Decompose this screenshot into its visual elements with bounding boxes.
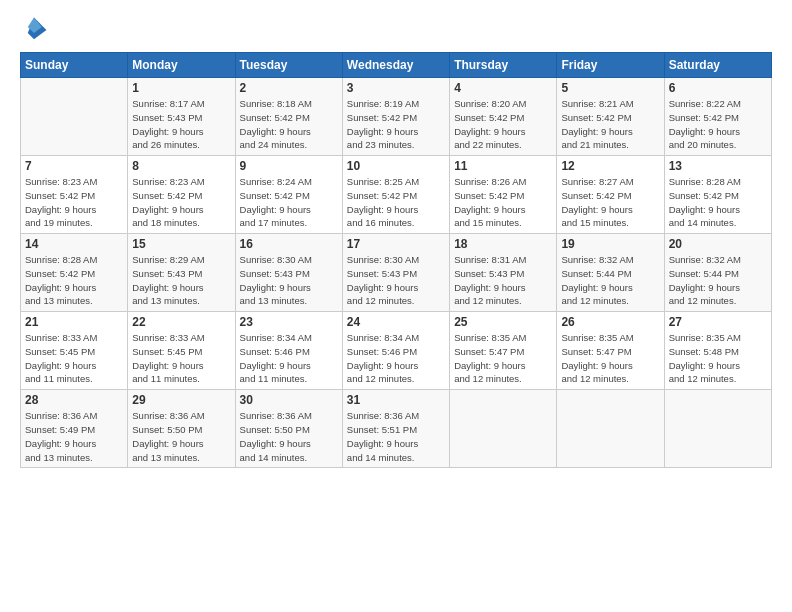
day-info: Sunrise: 8:35 AM Sunset: 5:48 PM Dayligh… [669,331,767,386]
day-info: Sunrise: 8:36 AM Sunset: 5:49 PM Dayligh… [25,409,123,464]
day-number: 10 [347,159,445,173]
calendar-cell [664,390,771,468]
day-number: 28 [25,393,123,407]
calendar-cell: 26Sunrise: 8:35 AM Sunset: 5:47 PM Dayli… [557,312,664,390]
calendar-week-row: 21Sunrise: 8:33 AM Sunset: 5:45 PM Dayli… [21,312,772,390]
weekday-header-wednesday: Wednesday [342,53,449,78]
day-info: Sunrise: 8:24 AM Sunset: 5:42 PM Dayligh… [240,175,338,230]
calendar-cell: 1Sunrise: 8:17 AM Sunset: 5:43 PM Daylig… [128,78,235,156]
day-info: Sunrise: 8:28 AM Sunset: 5:42 PM Dayligh… [25,253,123,308]
day-info: Sunrise: 8:34 AM Sunset: 5:46 PM Dayligh… [347,331,445,386]
calendar-table: SundayMondayTuesdayWednesdayThursdayFrid… [20,52,772,468]
calendar-cell: 11Sunrise: 8:26 AM Sunset: 5:42 PM Dayli… [450,156,557,234]
weekday-header-saturday: Saturday [664,53,771,78]
weekday-header-sunday: Sunday [21,53,128,78]
logo [20,16,52,44]
day-number: 1 [132,81,230,95]
day-info: Sunrise: 8:23 AM Sunset: 5:42 PM Dayligh… [132,175,230,230]
day-info: Sunrise: 8:30 AM Sunset: 5:43 PM Dayligh… [240,253,338,308]
calendar-cell: 28Sunrise: 8:36 AM Sunset: 5:49 PM Dayli… [21,390,128,468]
calendar-week-row: 7Sunrise: 8:23 AM Sunset: 5:42 PM Daylig… [21,156,772,234]
page: SundayMondayTuesdayWednesdayThursdayFrid… [0,0,792,612]
day-number: 12 [561,159,659,173]
day-number: 18 [454,237,552,251]
day-info: Sunrise: 8:36 AM Sunset: 5:50 PM Dayligh… [132,409,230,464]
day-info: Sunrise: 8:20 AM Sunset: 5:42 PM Dayligh… [454,97,552,152]
day-number: 17 [347,237,445,251]
calendar-cell: 9Sunrise: 8:24 AM Sunset: 5:42 PM Daylig… [235,156,342,234]
day-info: Sunrise: 8:18 AM Sunset: 5:42 PM Dayligh… [240,97,338,152]
calendar-week-row: 1Sunrise: 8:17 AM Sunset: 5:43 PM Daylig… [21,78,772,156]
calendar-week-row: 28Sunrise: 8:36 AM Sunset: 5:49 PM Dayli… [21,390,772,468]
calendar-cell: 23Sunrise: 8:34 AM Sunset: 5:46 PM Dayli… [235,312,342,390]
day-info: Sunrise: 8:33 AM Sunset: 5:45 PM Dayligh… [25,331,123,386]
day-number: 5 [561,81,659,95]
day-info: Sunrise: 8:17 AM Sunset: 5:43 PM Dayligh… [132,97,230,152]
day-number: 16 [240,237,338,251]
day-number: 4 [454,81,552,95]
day-info: Sunrise: 8:31 AM Sunset: 5:43 PM Dayligh… [454,253,552,308]
calendar-cell: 31Sunrise: 8:36 AM Sunset: 5:51 PM Dayli… [342,390,449,468]
calendar-cell [450,390,557,468]
day-number: 25 [454,315,552,329]
calendar-header: SundayMondayTuesdayWednesdayThursdayFrid… [21,53,772,78]
day-info: Sunrise: 8:25 AM Sunset: 5:42 PM Dayligh… [347,175,445,230]
calendar-cell: 20Sunrise: 8:32 AM Sunset: 5:44 PM Dayli… [664,234,771,312]
day-number: 2 [240,81,338,95]
day-info: Sunrise: 8:36 AM Sunset: 5:50 PM Dayligh… [240,409,338,464]
logo-icon [20,16,48,44]
day-number: 29 [132,393,230,407]
day-info: Sunrise: 8:33 AM Sunset: 5:45 PM Dayligh… [132,331,230,386]
calendar-cell: 12Sunrise: 8:27 AM Sunset: 5:42 PM Dayli… [557,156,664,234]
day-info: Sunrise: 8:26 AM Sunset: 5:42 PM Dayligh… [454,175,552,230]
day-info: Sunrise: 8:30 AM Sunset: 5:43 PM Dayligh… [347,253,445,308]
day-info: Sunrise: 8:28 AM Sunset: 5:42 PM Dayligh… [669,175,767,230]
day-info: Sunrise: 8:32 AM Sunset: 5:44 PM Dayligh… [561,253,659,308]
day-number: 24 [347,315,445,329]
calendar-body: 1Sunrise: 8:17 AM Sunset: 5:43 PM Daylig… [21,78,772,468]
calendar-cell: 18Sunrise: 8:31 AM Sunset: 5:43 PM Dayli… [450,234,557,312]
calendar-cell: 2Sunrise: 8:18 AM Sunset: 5:42 PM Daylig… [235,78,342,156]
day-number: 9 [240,159,338,173]
day-info: Sunrise: 8:23 AM Sunset: 5:42 PM Dayligh… [25,175,123,230]
day-number: 7 [25,159,123,173]
calendar-cell: 24Sunrise: 8:34 AM Sunset: 5:46 PM Dayli… [342,312,449,390]
weekday-header-friday: Friday [557,53,664,78]
day-info: Sunrise: 8:32 AM Sunset: 5:44 PM Dayligh… [669,253,767,308]
calendar-cell: 8Sunrise: 8:23 AM Sunset: 5:42 PM Daylig… [128,156,235,234]
day-number: 23 [240,315,338,329]
calendar-cell: 7Sunrise: 8:23 AM Sunset: 5:42 PM Daylig… [21,156,128,234]
calendar-cell: 13Sunrise: 8:28 AM Sunset: 5:42 PM Dayli… [664,156,771,234]
calendar-cell: 16Sunrise: 8:30 AM Sunset: 5:43 PM Dayli… [235,234,342,312]
calendar-cell: 14Sunrise: 8:28 AM Sunset: 5:42 PM Dayli… [21,234,128,312]
day-info: Sunrise: 8:22 AM Sunset: 5:42 PM Dayligh… [669,97,767,152]
day-number: 19 [561,237,659,251]
day-number: 22 [132,315,230,329]
day-info: Sunrise: 8:34 AM Sunset: 5:46 PM Dayligh… [240,331,338,386]
weekday-header-row: SundayMondayTuesdayWednesdayThursdayFrid… [21,53,772,78]
day-number: 20 [669,237,767,251]
day-number: 13 [669,159,767,173]
day-number: 31 [347,393,445,407]
day-number: 8 [132,159,230,173]
calendar-cell: 19Sunrise: 8:32 AM Sunset: 5:44 PM Dayli… [557,234,664,312]
day-info: Sunrise: 8:35 AM Sunset: 5:47 PM Dayligh… [454,331,552,386]
calendar-cell [21,78,128,156]
calendar-cell: 4Sunrise: 8:20 AM Sunset: 5:42 PM Daylig… [450,78,557,156]
day-info: Sunrise: 8:35 AM Sunset: 5:47 PM Dayligh… [561,331,659,386]
day-number: 15 [132,237,230,251]
calendar-cell: 6Sunrise: 8:22 AM Sunset: 5:42 PM Daylig… [664,78,771,156]
weekday-header-thursday: Thursday [450,53,557,78]
day-number: 11 [454,159,552,173]
calendar-cell: 3Sunrise: 8:19 AM Sunset: 5:42 PM Daylig… [342,78,449,156]
weekday-header-tuesday: Tuesday [235,53,342,78]
calendar-cell [557,390,664,468]
day-info: Sunrise: 8:29 AM Sunset: 5:43 PM Dayligh… [132,253,230,308]
day-info: Sunrise: 8:27 AM Sunset: 5:42 PM Dayligh… [561,175,659,230]
header [20,16,772,44]
calendar-week-row: 14Sunrise: 8:28 AM Sunset: 5:42 PM Dayli… [21,234,772,312]
calendar-cell: 27Sunrise: 8:35 AM Sunset: 5:48 PM Dayli… [664,312,771,390]
day-number: 27 [669,315,767,329]
weekday-header-monday: Monday [128,53,235,78]
calendar-cell: 25Sunrise: 8:35 AM Sunset: 5:47 PM Dayli… [450,312,557,390]
